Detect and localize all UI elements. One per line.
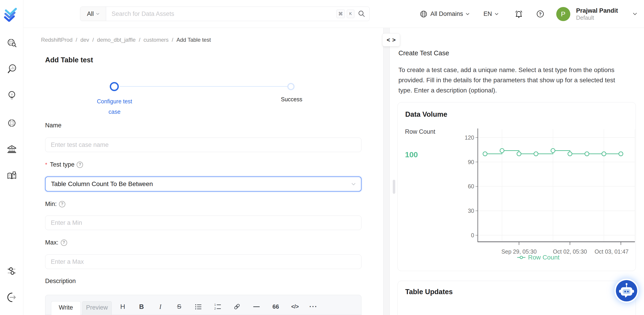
angle-brackets-icon: < [387,36,390,43]
link-icon[interactable] [231,301,243,313]
avatar[interactable]: P [556,7,570,21]
row-count-metric-label: Row Count [405,127,436,137]
heading-icon[interactable]: H [117,301,128,313]
left-sidebar [0,0,23,315]
sidebar-item-domains[interactable] [4,117,19,129]
sliders-icon [6,266,17,276]
user-menu-chevron[interactable] [633,13,637,15]
max-input[interactable] [45,255,362,269]
strikethrough-icon[interactable]: S [173,301,185,313]
sidebar-item-recommendations[interactable] [4,90,19,101]
stepper-step-1-circle [110,82,119,91]
sidebar-item-glossary[interactable] [4,170,19,181]
quote-icon[interactable]: 66 [270,301,282,313]
svg-text:?: ? [539,11,541,16]
breadcrumb-separator: / [76,37,77,43]
help-button[interactable]: ? [536,10,544,18]
layers-logo-icon [3,5,18,22]
svg-text:0: 0 [471,232,474,238]
test-type-label: Test type [50,161,74,168]
angle-brackets-icon: > [392,36,396,43]
globe-wire-icon [420,10,428,18]
svg-text:90: 90 [468,159,474,165]
language-dropdown[interactable]: EN [484,10,498,17]
italic-icon[interactable]: I [154,301,166,313]
stepper-step-1-label: Configure test case [95,96,134,117]
sidebar-item-discover[interactable] [4,37,19,49]
max-label: Max: [45,239,58,246]
breadcrumb-item-connection[interactable]: RedshiftProd [41,37,72,43]
domains-dropdown[interactable]: All Domains [420,10,470,18]
page-title: Add Table test [45,56,93,64]
legend-label: Row Count [528,254,560,261]
svg-text:120: 120 [465,134,474,141]
chart-legend[interactable]: Row Count [502,254,574,261]
sidebar-item-insights[interactable] [4,63,19,74]
breadcrumb-item-schema[interactable]: demo_dbt_jaffle [97,37,136,43]
user-name: Prajwal Pandit [576,7,618,14]
breadcrumb-item-table[interactable]: customers [144,37,169,43]
numbered-list-icon[interactable]: 12 [212,301,224,313]
language-label: EN [484,10,492,17]
min-input[interactable] [45,216,362,230]
stepper-step-2-circle [287,83,294,90]
breadcrumb-separator: / [172,37,174,43]
max-help-icon[interactable]: ? [61,240,67,246]
svg-text:30: 30 [468,208,474,214]
row-count-metric-value: 100 [405,150,418,159]
code-icon[interactable]: </> [289,301,301,313]
test-case-name-input[interactable] [45,138,362,152]
bell-icon [514,9,523,18]
chevron-down-icon [633,13,637,15]
editor-tab-write[interactable]: Write [51,301,81,315]
sidebar-item-governance[interactable] [4,143,19,155]
name-label: Name [45,122,62,129]
collapse-panel-button[interactable]: <> [382,33,400,46]
globe-icon [6,118,17,128]
search-scope-label: All [87,10,94,17]
global-search-bar[interactable]: All ⌘ K [80,6,370,21]
book-bulb-icon [6,170,17,181]
editor-tab-preview[interactable]: Preview [82,301,112,315]
description-label: Description [45,278,76,285]
breadcrumb: RedshiftProd / dev / demo_dbt_jaffle / c… [41,37,211,43]
breadcrumb-current: Add Table test [176,37,211,43]
kbd-k-badge: K [347,9,354,18]
bullet-list-icon[interactable] [192,301,204,313]
lightbulb-bolt-icon [6,90,17,101]
avatar-initial: P [561,10,566,18]
legend-line-marker-icon [517,255,526,260]
breadcrumb-item-database[interactable]: dev [80,37,89,43]
more-icon[interactable]: ··· [308,301,319,313]
min-help-icon[interactable]: ? [59,201,65,207]
notifications-button[interactable] [514,9,523,18]
kbd-cmd-badge: ⌘ [336,9,345,18]
breadcrumb-separator: / [139,37,140,43]
search-input[interactable] [106,7,336,21]
app-logo[interactable] [3,5,18,23]
sidebar-item-logout[interactable] [4,291,19,303]
bank-icon [6,144,17,154]
scrollbar-thumb[interactable] [393,180,395,194]
sidebar-item-settings[interactable] [4,265,19,277]
search-scope-dropdown[interactable]: All [80,7,106,21]
domains-label: All Domains [430,10,463,17]
chevron-down-icon [352,183,356,185]
test-type-help-icon[interactable]: ? [77,162,83,168]
user-info: Prajwal Pandit Default [576,7,618,21]
chevron-down-icon [96,13,99,15]
test-type-value: Table Column Count To Be Between [51,180,153,188]
assistant-bot-button[interactable] [616,280,637,302]
svg-text:Oct 03, 01:47: Oct 03, 01:47 [594,248,628,255]
logout-icon [6,292,17,302]
test-type-select[interactable]: Table Column Count To Be Between [45,177,362,192]
panel-resize-divider[interactable] [383,28,390,315]
user-role: Default [576,14,618,21]
breadcrumb-separator: / [92,37,94,43]
chevron-down-icon [466,13,470,15]
bold-icon[interactable]: B [136,301,148,313]
question-circle-icon: ? [536,10,544,18]
help-panel-body: To create a test case, add a unique name… [398,65,623,95]
search-icon[interactable] [358,10,365,17]
horizontal-rule-icon[interactable] [250,301,262,313]
